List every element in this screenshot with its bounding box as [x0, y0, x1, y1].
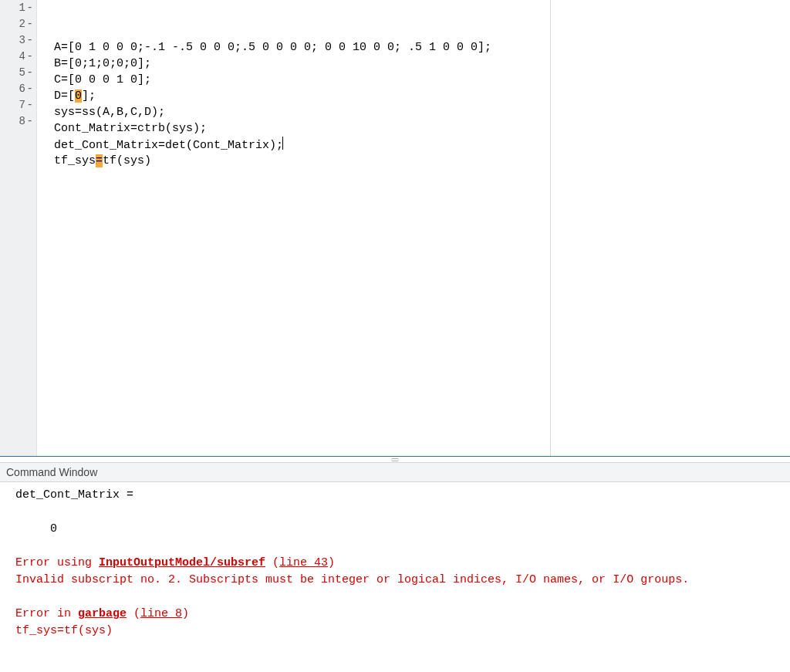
command-output-line: Error using InputOutputModel/subsref (li…	[15, 555, 790, 572]
line-number: 7	[5, 97, 25, 113]
gutter-row: 2-	[0, 16, 36, 32]
breakpoint-dash-icon[interactable]: -	[25, 0, 33, 16]
line-number: 6	[5, 81, 25, 97]
matlab-window: 1-2-3-4-5-6-7-8- A=[0 1 0 0 0;-.1 -.5 0 …	[0, 0, 790, 672]
code-analyzer-warning-highlight[interactable]: 0	[75, 89, 82, 103]
command-output-line: det_Cont_Matrix =	[15, 487, 790, 504]
code-line[interactable]: det_Cont_Matrix=det(Cont_Matrix);	[54, 137, 790, 153]
code-line[interactable]: D=[0];	[54, 88, 790, 104]
command-output-line: Invalid subscript no. 2. Subscripts must…	[15, 572, 790, 589]
breakpoint-dash-icon[interactable]: -	[25, 16, 33, 32]
error-line-link[interactable]: line 43	[279, 556, 328, 569]
text-cursor	[282, 137, 283, 150]
breakpoint-dash-icon[interactable]: -	[25, 32, 33, 49]
line-number: 4	[5, 49, 25, 65]
pane-splitter[interactable]	[0, 457, 790, 463]
breakpoint-dash-icon[interactable]: -	[25, 81, 33, 97]
error-source-link[interactable]: garbage	[78, 607, 127, 620]
gutter-row: 3-	[0, 32, 36, 49]
code-line[interactable]: A=[0 1 0 0 0;-.1 -.5 0 0 0;.5 0 0 0 0; 0…	[54, 39, 790, 56]
gutter-row: 4-	[0, 49, 36, 65]
editor-pane[interactable]: 1-2-3-4-5-6-7-8- A=[0 1 0 0 0;-.1 -.5 0 …	[0, 0, 790, 457]
breakpoint-dash-icon[interactable]: -	[25, 113, 33, 130]
line-number: 3	[5, 32, 25, 49]
gutter-row: 7-	[0, 97, 36, 113]
code-line[interactable]: sys=ss(A,B,C,D);	[54, 104, 790, 120]
command-output-line: 0	[15, 521, 790, 538]
splitter-handle-icon	[391, 458, 399, 461]
gutter-row: 6-	[0, 81, 36, 97]
breakpoint-dash-icon[interactable]: -	[25, 65, 33, 81]
code-line[interactable]: C=[0 0 0 1 0];	[54, 72, 790, 88]
command-output-line: tf_sys=tf(sys)	[15, 623, 790, 640]
breakpoint-dash-icon[interactable]: -	[25, 97, 33, 113]
code-line[interactable]: B=[0;1;0;0;0];	[54, 56, 790, 72]
breakpoint-dash-icon[interactable]: -	[25, 49, 33, 65]
code-line[interactable]: Cont_Matrix=ctrb(sys);	[54, 120, 790, 137]
gutter-row: 1-	[0, 0, 36, 16]
command-window-title: Command Window	[0, 463, 790, 482]
command-output-line	[15, 589, 790, 606]
line-number: 5	[5, 65, 25, 81]
command-output-line: Error in garbage (line 8)	[15, 606, 790, 623]
error-source-link[interactable]: InputOutputModel/subsref	[99, 556, 265, 569]
code-analyzer-warning-highlight[interactable]: =	[96, 154, 103, 167]
error-line-link[interactable]: line 8	[140, 607, 182, 620]
code-line[interactable]: tf_sys=tf(sys)	[54, 153, 790, 169]
line-number: 2	[5, 16, 25, 32]
command-output-line	[15, 504, 790, 521]
editor-gutter: 1-2-3-4-5-6-7-8-	[0, 0, 37, 456]
gutter-row: 5-	[0, 65, 36, 81]
line-number: 8	[5, 113, 25, 130]
command-window-output[interactable]: det_Cont_Matrix = 0 Error using InputOut…	[0, 482, 790, 672]
gutter-row: 8-	[0, 113, 36, 130]
line-number: 1	[5, 0, 25, 16]
editor-code-area[interactable]: A=[0 1 0 0 0;-.1 -.5 0 0 0;.5 0 0 0 0; 0…	[37, 0, 790, 456]
command-output-line	[15, 538, 790, 555]
